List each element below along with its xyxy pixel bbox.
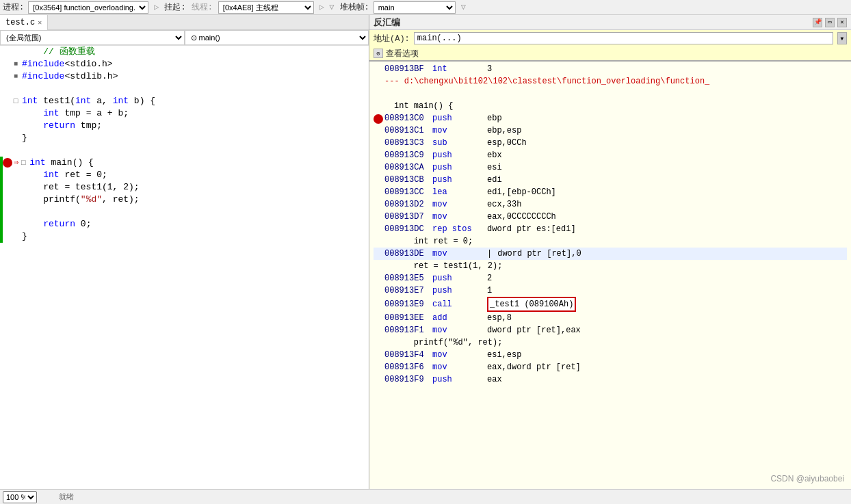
float-button[interactable]: ▭ [825, 18, 835, 27]
line-16-content: } [21, 230, 369, 243]
line-6-content: int tmp = a + b; [21, 107, 369, 120]
expand-2: ■ [11, 58, 21, 70]
main-area: test.c ✕ (全局范围) ⊙ main() // 函数重载 ■ #incl… [0, 15, 851, 489]
line-3-content: #include<stdlib.h> [21, 70, 369, 83]
close-button[interactable]: ✕ [837, 18, 847, 27]
code-line-2: ■ #include<stdio.h> [0, 58, 369, 70]
code-line-4 [0, 83, 369, 95]
disasm-row-e9: 008913E9 call _test1 (089100Ah) [374, 297, 847, 312]
disasm-row-de: 008913DE mov | dword ptr [ret],0 [374, 248, 847, 260]
code-line-16: } [0, 230, 369, 243]
green-indicator-11 [0, 169, 3, 181]
disasm-source-ret: int ret = 0; [374, 235, 847, 248]
disasm-title: 反汇编 [374, 16, 400, 29]
breakpoint-icon [3, 158, 12, 168]
disasm-row-f4: 008913F4 mov esi,esp [374, 349, 847, 361]
proceed-select[interactable]: [0x3564] function_overloading. [28, 1, 148, 14]
right-panel: 反汇编 📌 ▭ ✕ 地址(A): ▼ ⊙ 查看选项 00 [369, 15, 851, 489]
top-toolbar: 进程: [0x3564] function_overloading. ▷ 挂起:… [0, 0, 851, 15]
left-panel: test.c ✕ (全局范围) ⊙ main() // 函数重载 ■ #incl… [0, 15, 369, 489]
green-indicator-12 [0, 181, 3, 194]
disasm-source-call-text: ret = test1(1, 2); [394, 260, 502, 272]
code-line-9 [0, 144, 369, 157]
line-13-content: printf("%d", ret); [21, 194, 369, 206]
tab-close-icon[interactable]: ✕ [38, 18, 42, 27]
disasm-row-f6: 008913F6 mov eax,dword ptr [ret] [374, 361, 847, 373]
disasm-options: ⊙ 查看选项 [369, 47, 851, 60]
disasm-row-ca: 008913CA push esi [374, 161, 847, 174]
stack-select[interactable]: main [374, 1, 456, 14]
disasm-row-e5: 008913E5 push 2 [374, 272, 847, 284]
toolbar-sep4: ▽ [461, 2, 466, 12]
disasm-addr-1: 008913BF [384, 63, 432, 75]
arrow-icon: ⇒ [14, 157, 18, 169]
code-line-13: printf("%d", ret); [0, 194, 369, 206]
editor-tab-testc[interactable]: test.c ✕ [0, 15, 48, 30]
scope-dropdown[interactable]: (全局范围) [0, 30, 185, 45]
disasm-mnem-c0: push [432, 112, 487, 124]
disasm-source-main: int main() { [374, 100, 847, 112]
pin-button[interactable]: 📌 [813, 18, 822, 27]
line-7-content: return tmp; [21, 120, 369, 132]
green-indicator [0, 157, 3, 169]
line-2-content: #include<stdio.h> [21, 58, 369, 70]
disasm-row-c3: 008913C3 sub esp,0CCh [374, 137, 847, 149]
code-line-6: int tmp = a + b; [0, 107, 369, 120]
tab-filename: test.c [5, 18, 35, 27]
disasm-row-cc: 008913CC lea edi,[ebp-0CCh] [374, 186, 847, 198]
disasm-address-bar: 地址(A): ▼ [369, 30, 851, 47]
code-line-15: return 0; [0, 218, 369, 230]
expand-10: □ [18, 157, 28, 169]
cursor-bar: | [487, 248, 492, 260]
disasm-row-f1: 008913F1 mov dword ptr [ret],eax [374, 324, 847, 336]
code-line-3: ■ #include<stdlib.h> [0, 70, 369, 83]
addr-input[interactable] [414, 32, 833, 44]
options-label: 查看选项 [386, 48, 419, 59]
disasm-row-c0: 008913C0 push ebp [374, 112, 847, 124]
disasm-bp-dot [374, 114, 383, 124]
function-dropdown[interactable]: ⊙ main() [185, 30, 369, 45]
disasm-source-printf-text: printf("%d", ret); [394, 336, 502, 349]
disasm-row-1: 008913BF int 3 [374, 63, 847, 75]
code-line-1: // 函数重载 [0, 46, 369, 58]
disasm-source-printf: printf("%d", ret); [374, 336, 847, 349]
disasm-row-e7: 008913E7 push 1 [374, 284, 847, 297]
green-indicator-13 [0, 194, 3, 206]
code-line-10: ⇒ □ int main() { [0, 157, 369, 169]
disasm-source-call: ret = test1(1, 2); [374, 260, 847, 272]
bottom-bar: 100 % 就绪 [0, 489, 851, 504]
disasm-row-d7: 008913D7 mov eax,0CCCCCCCCh [374, 211, 847, 223]
hang-label: 挂起: [164, 1, 185, 13]
editor-tab-bar: test.c ✕ [0, 15, 369, 30]
line-12-content: ret = test1(1, 2); [21, 181, 369, 194]
zoom-select[interactable]: 100 % [3, 491, 37, 503]
disasm-header: 反汇编 📌 ▭ ✕ 地址(A): ▼ ⊙ 查看选项 [369, 15, 851, 62]
line-1-content: // 函数重载 [21, 46, 369, 58]
green-indicator-14 [0, 206, 3, 218]
code-line-5: □ int test1(int a, int b) { [0, 95, 369, 107]
toolbar-sep2: 线程: [192, 1, 213, 13]
disasm-row-cb: 008913CB push edi [374, 174, 847, 186]
disasm-row-c1: 008913C1 mov ebp,esp [374, 124, 847, 137]
code-line-11: int ret = 0; [0, 169, 369, 181]
line-11-content: int ret = 0; [21, 169, 369, 181]
disasm-title-bar: 反汇编 📌 ▭ ✕ [369, 15, 851, 30]
options-toggle[interactable]: ⊙ [374, 49, 383, 58]
code-line-12: ret = test1(1, 2); [0, 181, 369, 194]
line-15-content: return 0; [21, 218, 369, 230]
disasm-source-ret-text: int ret = 0; [394, 235, 473, 248]
disasm-row-f9: 008913F9 push eax [374, 373, 847, 386]
disasm-op-1: 3 [487, 63, 492, 75]
thread-select[interactable]: [0x4AE8] 主线程 [218, 1, 314, 14]
code-line-14 [0, 206, 369, 218]
disasm-title-controls: 📌 ▭ ✕ [813, 18, 847, 27]
toolbar-sep3: ▷ ▽ [319, 2, 335, 12]
disasm-addr-c0: 008913C0 [384, 112, 432, 124]
status-text: 就绪 [59, 492, 74, 502]
disasm-content: 008913BF int 3 --- d:\chengxu\bit102\102… [369, 62, 851, 489]
green-indicator-16 [0, 230, 3, 243]
disasm-path: --- d:\chengxu\bit102\102\classtest\func… [374, 75, 847, 88]
addr-dropdown-btn[interactable]: ▼ [837, 32, 847, 44]
disasm-row-d2: 008913D2 mov ecx,33h [374, 198, 847, 211]
disasm-row-ee: 008913EE add esp,8 [374, 312, 847, 324]
